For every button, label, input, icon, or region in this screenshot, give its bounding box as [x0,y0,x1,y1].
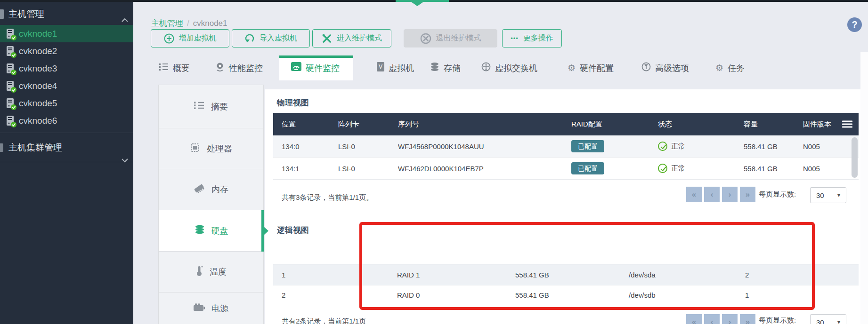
tab-performance-monitor[interactable]: 性能监控 [215,55,263,80]
next-page-button[interactable]: › [722,314,738,324]
thermometer-icon [195,265,203,279]
cell-id: 1 [273,271,389,279]
ram-icon [194,183,205,196]
logical-table-row[interactable]: 1 RAID 1 558.41 GB /dev/sda 2 [273,264,859,285]
column-menu-icon[interactable] [842,119,852,129]
cell-capacity: 558.41 GB [507,271,620,279]
page-size-select[interactable]: 30 ▾ [810,187,846,203]
logical-table-row[interactable]: 2 RAID 0 558.41 GB /dev/sdb 1 [273,285,859,305]
sidebar-item-cvknode5[interactable]: cvknode5 [0,95,133,112]
breadcrumb: 主机管理/cvknode1 [151,18,227,29]
hw-menu-processor[interactable]: 处理器 [158,128,264,169]
host-name: cvknode3 [19,60,57,77]
list-icon [194,101,204,112]
sidebar-section-cluster-management[interactable]: 主机集群管理 [0,133,133,162]
cell-serial: WFJ4568P0000K1048AUU [389,142,563,150]
sidebar-item-cvknode1[interactable]: cvknode1 [0,25,133,42]
help-button[interactable]: ? [847,17,862,32]
cell-id: 2 [273,291,389,299]
import-vm-button[interactable]: 导入虚拟机 [232,29,310,47]
logical-view-title: 逻辑视图 [277,225,309,236]
tab-label: 概要 [173,63,190,74]
hw-menu-summary[interactable]: 摘要 [158,85,264,128]
enter-maintenance-button[interactable]: 进入维护模式 [312,29,391,47]
ban-tools-icon [420,33,431,44]
physical-table-row[interactable]: 134:1 LSI-0 WFJ462DL0000K104EB7P 已配置 正常 … [273,158,859,180]
clipped-section-icon [0,143,3,152]
host-icon [6,98,17,109]
physical-table-row[interactable]: 134:0 LSI-0 WFJ4568P0000K1048AUU 已配置 正常 … [273,135,859,158]
tab-hardware-config[interactable]: ⚙ 硬件配置 [568,55,614,80]
vm-icon: V [377,62,384,74]
cell-raid-level: RAID 0 [389,291,507,299]
sidebar-item-cvknode3[interactable]: cvknode3 [0,60,133,77]
list-icon [159,63,169,73]
sidebar-section-label: 主机管理 [8,5,44,24]
host-icon [6,63,17,74]
tab-advanced-options[interactable]: 高级选项 [641,55,689,80]
breadcrumb-root[interactable]: 主机管理 [151,19,183,28]
last-page-button[interactable]: » [740,187,755,202]
cell-disk-name: /dev/sdb [620,291,737,299]
ellipsis-icon: ••• [511,35,519,42]
table-scrollbar-thumb[interactable] [852,137,858,178]
prev-page-button[interactable]: ‹ [704,314,720,324]
prev-page-button[interactable]: ‹ [704,187,720,202]
hw-menu-temperature[interactable]: 温度 [158,252,264,292]
add-vm-button[interactable]: 增加虚拟机 [151,29,229,47]
host-name: cvknode2 [19,42,57,60]
host-icon [6,115,17,126]
tab-label: 硬件配置 [580,63,614,74]
button-label: 更多操作 [523,33,553,43]
button-label: 退出维护模式 [436,33,481,43]
monitor-icon [215,62,225,74]
drawer-arrow-icon[interactable] [411,2,423,6]
raid-configured-badge: 已配置 [571,140,604,152]
sidebar-item-cvknode2[interactable]: cvknode2 [0,42,133,60]
hw-menu-power[interactable]: 电源 [158,292,264,324]
sidebar-section-host-management[interactable]: 主机管理 [0,5,133,24]
tab-tasks[interactable]: ⚙ 任务 [715,55,745,80]
cell-location: 134:0 [273,142,330,150]
sidebar-section-label: 主机集群管理 [8,133,62,162]
first-page-button[interactable]: « [686,187,702,202]
sidebar-item-cvknode4[interactable]: cvknode4 [0,77,133,95]
gear-icon: ⚙ [568,63,576,72]
arrow-up-circle-icon [641,62,651,74]
col-raid-config: RAID配置 [563,120,649,129]
host-name: cvknode6 [19,112,57,129]
gauge-icon [291,62,301,74]
tab-virtual-switch[interactable]: 虚拟交换机 [481,55,537,80]
first-page-button[interactable]: « [686,314,702,324]
tools-icon [322,33,332,44]
menu-label: 内存 [211,184,228,195]
menu-label: 硬盘 [211,225,228,237]
cell-controller: LSI-0 [330,165,389,173]
last-page-button[interactable]: » [740,314,755,324]
svg-text:V: V [379,63,382,70]
page-size-select[interactable]: 30 ▾ [810,314,846,324]
cell-physical-disk-count: 2 [737,271,859,279]
status-ok-icon [658,164,667,173]
chevron-down-icon: ▾ [837,319,840,324]
record-summary: 共有2条记录，当前第1/1页 [282,317,366,324]
cell-location: 134:1 [273,165,330,173]
breadcrumb-current: cvknode1 [193,19,227,28]
tab-virtual-machines[interactable]: V 虚拟机 [377,55,414,80]
database-icon [430,62,439,74]
hw-menu-memory[interactable]: 内存 [158,169,264,210]
tab-label: 高级选项 [655,63,689,74]
menu-label: 温度 [210,266,227,277]
exit-maintenance-button[interactable]: 退出维护模式 [404,29,497,47]
next-page-button[interactable]: › [722,187,738,202]
tab-overview[interactable]: 概要 [159,55,190,80]
cell-capacity: 558.41 GB [507,291,620,299]
more-actions-button[interactable]: ••• 更多操作 [502,29,562,47]
hw-menu-disk[interactable]: 硬盘 [158,210,264,252]
tab-hardware-monitor[interactable]: 硬件监控 [291,55,340,80]
button-label: 增加虚拟机 [179,33,217,43]
physical-table-header: 位置 阵列卡 序列号 RAID配置 状态 容量 固件版本 [273,113,859,135]
sidebar-item-cvknode6[interactable]: cvknode6 [0,112,133,129]
tab-storage[interactable]: 存储 [430,55,461,80]
page-size-value: 30 [816,191,824,199]
